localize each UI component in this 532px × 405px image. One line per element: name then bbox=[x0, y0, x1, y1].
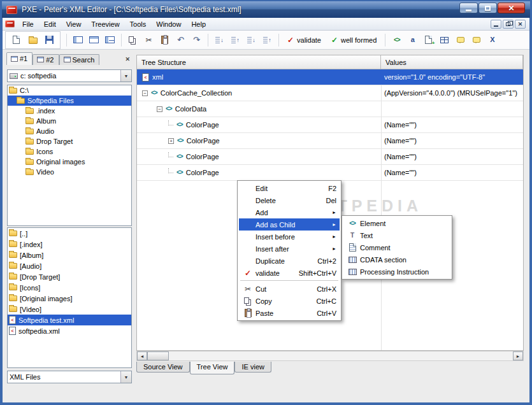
new-file-button[interactable] bbox=[9, 33, 24, 47]
folder-item-icons[interactable]: Icons bbox=[8, 146, 131, 157]
list-item-audio[interactable]: [Audio] bbox=[8, 260, 131, 271]
collapse-level-button[interactable]: ↑ bbox=[228, 33, 243, 47]
well-formed-button[interactable]: ✓ well formed bbox=[327, 33, 381, 47]
folder-item-original-images[interactable]: Original images bbox=[8, 157, 131, 167]
mdi-close-button[interactable]: ✕ bbox=[515, 20, 526, 29]
file-filter-combo[interactable]: XML Files ▼ bbox=[7, 371, 132, 383]
column-header-tree-structure[interactable]: Tree Structure bbox=[137, 55, 381, 69]
close-button[interactable]: ✕ bbox=[498, 3, 525, 13]
submenu-item-element[interactable]: <> Element bbox=[343, 217, 450, 229]
tab-search[interactable]: Search bbox=[59, 54, 100, 65]
annotation-button[interactable] bbox=[469, 33, 484, 47]
tree-row-colorpage-4[interactable]: <> ColorPage (Name="") bbox=[137, 165, 523, 181]
menu-item-copy[interactable]: Copy Ctrl+C bbox=[239, 295, 340, 307]
list-item-original-images[interactable]: [Original images] bbox=[8, 293, 131, 304]
validate-button[interactable]: ✓ validate bbox=[283, 33, 326, 47]
menu-item-edit[interactable]: Edit F2 bbox=[239, 182, 340, 194]
menu-item-duplicate[interactable]: Duplicate Ctrl+2 bbox=[239, 255, 340, 267]
menu-tools[interactable]: Tools bbox=[125, 19, 152, 29]
toggle-split-panel-button[interactable] bbox=[103, 33, 117, 47]
menu-treeview[interactable]: Treeview bbox=[86, 19, 124, 29]
dropdown-button[interactable]: ▼ bbox=[120, 371, 131, 383]
redo-button[interactable]: ↷ bbox=[189, 33, 204, 47]
submenu-item-comment[interactable]: Comment bbox=[343, 241, 450, 253]
menu-item-insert-after[interactable]: Insert after ► bbox=[239, 243, 340, 255]
horizontal-scrollbar[interactable]: ◄ ► bbox=[136, 351, 524, 361]
list-item-icons[interactable]: [Icons] bbox=[8, 282, 131, 293]
folder-item-softpedia-files[interactable]: Softpedia Files bbox=[8, 96, 131, 106]
expand-all-button[interactable]: ↓ bbox=[244, 33, 259, 47]
folder-item-video[interactable]: Video bbox=[8, 167, 131, 177]
list-item-parent[interactable]: [..] bbox=[8, 228, 131, 239]
tree-row-colorpage-2[interactable]: + <> ColorPage (Name="") bbox=[137, 133, 523, 149]
submenu-item-processing-instruction[interactable]: Processing Instruction bbox=[343, 266, 450, 278]
maximize-button[interactable] bbox=[478, 3, 497, 13]
mdi-minimize-button[interactable] bbox=[491, 20, 501, 29]
undo-button[interactable]: ↶ bbox=[173, 33, 188, 47]
column-header-values[interactable]: Values bbox=[381, 55, 523, 69]
copy-button[interactable] bbox=[126, 33, 140, 47]
menu-file[interactable]: File bbox=[17, 19, 39, 29]
delete-node-button[interactable]: X bbox=[485, 33, 500, 47]
entity-button[interactable]: a bbox=[405, 33, 420, 47]
menu-view[interactable]: View bbox=[61, 19, 87, 29]
drive-combo[interactable]: c: softpedia ▼ bbox=[7, 69, 132, 82]
tab-ie-view[interactable]: IE view bbox=[234, 362, 271, 373]
open-file-button[interactable] bbox=[25, 33, 40, 47]
collapse-toggle[interactable]: − bbox=[142, 90, 148, 96]
cut-button[interactable]: ✂ bbox=[141, 33, 156, 47]
tab-source-view[interactable]: Source View bbox=[136, 362, 190, 373]
scroll-left-button[interactable]: ◄ bbox=[137, 352, 147, 360]
toggle-top-panel-button[interactable] bbox=[87, 33, 101, 47]
scrollbar-thumb[interactable] bbox=[147, 352, 169, 360]
menu-item-add-as-child[interactable]: Add as Child ► bbox=[239, 218, 340, 231]
minimize-button[interactable] bbox=[459, 3, 478, 13]
list-item-video[interactable]: [Video] bbox=[8, 304, 131, 315]
collapse-toggle[interactable]: − bbox=[157, 106, 162, 112]
menu-item-delete[interactable]: Delete Del bbox=[239, 194, 340, 206]
insert-element-button[interactable]: <> bbox=[389, 33, 404, 47]
folder-item-audio[interactable]: Audio bbox=[8, 126, 131, 136]
submenu-item-cdata-section[interactable]: CDATA section bbox=[343, 253, 450, 266]
list-item-softpedia-test-xml[interactable]: <Softpedia test.xml bbox=[8, 315, 131, 325]
submenu-item-text[interactable]: T Text bbox=[343, 229, 450, 241]
save-button[interactable] bbox=[42, 33, 57, 47]
folder-item-album[interactable]: Album bbox=[8, 116, 131, 126]
menu-item-paste[interactable]: Paste Ctrl+V bbox=[239, 307, 340, 319]
toggle-left-panel-button[interactable] bbox=[71, 33, 85, 47]
menu-item-add[interactable]: Add ► bbox=[239, 206, 340, 218]
collapse-all-button[interactable]: ↑ bbox=[260, 33, 275, 47]
mdi-restore-button[interactable] bbox=[503, 20, 514, 29]
menu-edit[interactable]: Edit bbox=[39, 19, 61, 29]
folder-item-index[interactable]: .index bbox=[8, 106, 131, 116]
new-node-button[interactable]: + bbox=[421, 33, 436, 47]
menu-item-insert-before[interactable]: Insert before ► bbox=[239, 231, 340, 243]
menu-item-cut[interactable]: ✂ Cut Ctrl+X bbox=[239, 283, 340, 295]
scroll-right-button[interactable]: ► bbox=[513, 352, 523, 360]
expand-level-button[interactable]: ↓ bbox=[212, 33, 227, 47]
list-item-drop-target[interactable]: [Drop Target] bbox=[8, 271, 131, 282]
panel-close-icon[interactable]: ✕ bbox=[125, 56, 133, 65]
folder-item-root[interactable]: C:\ bbox=[8, 85, 131, 96]
expand-toggle[interactable]: + bbox=[168, 138, 174, 144]
tab-panel-1[interactable]: #1 bbox=[6, 52, 32, 65]
folder-item-drop-target[interactable]: Drop Target bbox=[8, 136, 131, 146]
list-item-album[interactable]: [Album] bbox=[8, 250, 131, 260]
tree-row-xml[interactable]: <xml version="1.0" encoding="UTF-8" bbox=[137, 69, 523, 85]
tab-panel-2[interactable]: #2 bbox=[32, 54, 59, 65]
dropdown-button[interactable]: ▼ bbox=[120, 70, 131, 82]
comment-button[interactable] bbox=[453, 33, 468, 47]
paste-button[interactable] bbox=[157, 33, 172, 47]
tab-tree-view[interactable]: Tree View bbox=[190, 362, 235, 374]
tree-row-colordata[interactable]: − <> ColorData bbox=[137, 101, 523, 117]
menu-help[interactable]: Help bbox=[186, 19, 211, 29]
tree-row-colorcache-collection[interactable]: − <> ColorCache_Collection (AppVersion="… bbox=[137, 85, 523, 101]
menu-item-validate[interactable]: ✓ validate Shift+Ctrl+V bbox=[239, 267, 340, 279]
list-item-index[interactable]: [.index] bbox=[8, 239, 131, 250]
tree-row-colorpage-1[interactable]: <> ColorPage (Name="") bbox=[137, 117, 523, 133]
tree-row-colorpage-3[interactable]: <> ColorPage (Name="") bbox=[137, 149, 523, 165]
menu-window[interactable]: Window bbox=[151, 19, 186, 29]
table-view-button[interactable] bbox=[437, 33, 452, 47]
list-item-softpedia-xml[interactable]: <softpedia.xml bbox=[8, 325, 131, 336]
titlebar[interactable]: PXE - Peter's XML Editor - [C:\Softpedia… bbox=[2, 1, 530, 18]
